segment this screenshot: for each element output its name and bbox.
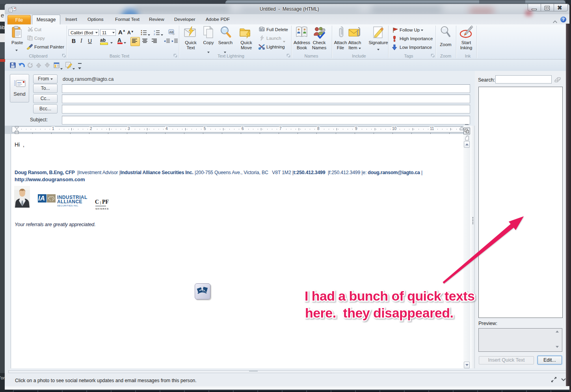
svg-text:2: 2 [154,33,155,35]
svg-text:I had a bunch of quick texts: I had a bunch of quick texts [305,288,475,303]
svg-text:1: 1 [154,30,155,32]
svg-text:here. they disappeared.: here. they disappeared. [305,305,454,320]
svg-text:B: B [171,30,173,34]
svg-text:@: @ [321,28,325,32]
